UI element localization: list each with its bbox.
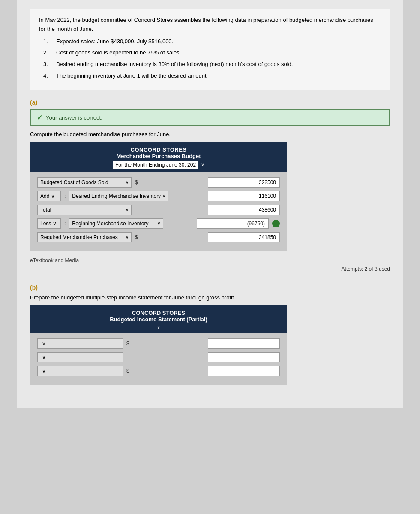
list-num: 2. — [43, 48, 56, 57]
chevron-down-icon: ∨ — [42, 368, 46, 374]
list-text: Cost of goods sold is expected to be 75%… — [56, 48, 181, 57]
budget-row-4: Less ∨ : Beginning Merchandise Inventory… — [37, 218, 280, 229]
chevron-down-icon: ∨ — [51, 193, 55, 199]
section-b: (b) Prepare the budgeted multiple-step i… — [30, 284, 390, 385]
budget-row-2: Add ∨ : Desired Ending Merchandise Inven… — [37, 191, 280, 201]
chevron-down-icon: ∨ — [126, 235, 129, 239]
income-label-select-1[interactable]: ∨ — [37, 338, 123, 349]
list-item: 1. Expected sales: June $430,000, July $… — [43, 37, 381, 46]
compute-label: Compute the budgeted merchandise purchas… — [30, 131, 390, 137]
add-select[interactable]: Add ∨ — [37, 191, 61, 201]
info-badge[interactable]: i — [272, 220, 280, 227]
budget-body: Budgeted Cost of Goods Sold ∨ $ Add ∨ : … — [30, 172, 287, 251]
beginning-inventory-label: Beginning Merchandise Inventory — [72, 221, 148, 227]
intro-paragraph: In May 2022, the budget committee of Con… — [39, 16, 381, 34]
budgeted-cogs-label: Budgeted Cost of Goods Sold — [40, 179, 108, 185]
dollar-sign-5: $ — [135, 234, 138, 240]
correct-banner: ✓ Your answer is correct. — [30, 109, 390, 126]
list-item: 2. Cost of goods sold is expected to be … — [43, 48, 381, 57]
numbered-list: 1. Expected sales: June $430,000, July $… — [43, 37, 381, 81]
desired-ending-select[interactable]: Desired Ending Merchandise Inventory ∨ — [69, 191, 168, 201]
budget-row-5: Required Merchandise Purchases ∨ $ — [37, 232, 280, 242]
list-num: 1. — [43, 37, 56, 46]
total-label: Total — [40, 207, 51, 213]
required-purchases-label: Required Merchandise Purchases — [40, 234, 118, 240]
chevron-down-icon: ∨ — [42, 354, 46, 360]
chevron-down-icon: ∨ — [53, 221, 57, 227]
income-dollar-3: $ — [126, 368, 129, 374]
chevron-down-icon: ∨ — [157, 221, 160, 226]
desired-ending-label: Desired Ending Merchandise Inventory — [72, 193, 161, 199]
income-card-header: CONCORD STORES Budgeted Income Statement… — [30, 305, 287, 333]
checkmark-icon: ✓ — [37, 114, 42, 122]
income-row-1: ∨ $ — [37, 338, 280, 349]
budget-row-1: Budgeted Cost of Goods Sold ∨ $ — [37, 177, 280, 188]
income-label-select-3[interactable]: ∨ — [37, 366, 123, 376]
page: In May 2022, the budget committee of Con… — [17, 0, 403, 408]
income-value-input-1[interactable] — [208, 338, 280, 349]
section-a: (a) ✓ Your answer is correct. Compute th… — [30, 99, 390, 272]
income-label-select-2[interactable]: ∨ — [37, 352, 123, 362]
list-num: 4. — [43, 72, 56, 81]
prepare-label: Prepare the budgeted multiple-step incom… — [30, 294, 390, 301]
income-company-name: CONCORD STORES — [36, 310, 282, 316]
income-body: ∨ $ ∨ ∨ — [30, 333, 287, 385]
budget-card-header: CONCORD STORES Merchandise Purchases Bud… — [30, 142, 287, 172]
list-text: Desired ending merchandise inventory is … — [56, 60, 293, 69]
income-row-3: ∨ $ — [37, 366, 280, 376]
less-label: Less — [40, 221, 51, 227]
date-chevron-down-icon[interactable]: ∨ — [201, 162, 204, 167]
desired-ending-value-input[interactable] — [208, 191, 280, 201]
beginning-inventory-select[interactable]: Beginning Merchandise Inventory ∨ — [69, 218, 163, 229]
doc-title: Merchandise Purchases Budget — [36, 153, 282, 159]
list-text: The beginning inventory at June 1 will b… — [56, 72, 208, 81]
date-input[interactable] — [113, 161, 198, 169]
attempts-label: Attempts: 2 of 3 used — [30, 266, 390, 272]
total-value-input[interactable] — [208, 205, 280, 215]
required-purchases-select[interactable]: Required Merchandise Purchases ∨ — [37, 232, 132, 242]
colon: : — [64, 221, 66, 227]
correct-message: Your answer is correct. — [46, 114, 102, 121]
income-date-chevron-down-icon[interactable]: ∨ — [157, 324, 160, 330]
list-item: 4. The beginning inventory at June 1 wil… — [43, 72, 381, 81]
add-label: Add — [40, 193, 49, 199]
cogs-value-input[interactable] — [208, 177, 280, 188]
chevron-down-icon: ∨ — [162, 194, 165, 198]
dollar-sign-1: $ — [135, 179, 138, 185]
total-select[interactable]: Total ∨ — [37, 205, 132, 215]
chevron-down-icon: ∨ — [126, 207, 129, 212]
chevron-down-icon: ∨ — [42, 341, 46, 347]
budget-row-3: Total ∨ — [37, 205, 280, 215]
intro-box: In May 2022, the budget committee of Con… — [30, 9, 390, 90]
list-item: 3. Desired ending merchandise inventory … — [43, 60, 381, 69]
date-row: ∨ — [36, 161, 282, 169]
chevron-down-icon: ∨ — [126, 180, 129, 185]
income-dollar-1: $ — [126, 341, 129, 347]
income-value-input-3[interactable] — [208, 366, 280, 376]
company-name: CONCORD STORES — [36, 146, 282, 153]
merchandise-purchases-budget-card: CONCORD STORES Merchandise Purchases Bud… — [30, 142, 287, 251]
income-statement-card: CONCORD STORES Budgeted Income Statement… — [30, 305, 287, 385]
income-row-2: ∨ — [37, 352, 280, 362]
list-num: 3. — [43, 60, 56, 69]
beginning-inventory-value-input[interactable] — [197, 218, 269, 229]
budgeted-cogs-select[interactable]: Budgeted Cost of Goods Sold ∨ — [37, 177, 132, 188]
income-value-input-2[interactable] — [208, 352, 280, 362]
less-select[interactable]: Less ∨ — [37, 218, 61, 229]
required-purchases-value-input[interactable] — [208, 232, 280, 242]
income-date-row: ∨ — [36, 324, 282, 330]
section-b-label: (b) — [30, 284, 390, 291]
income-doc-title: Budgeted Income Statement (Partial) — [36, 316, 282, 323]
colon: : — [64, 193, 66, 199]
etextbook-label: eTextbook and Media — [30, 257, 390, 263]
list-text: Expected sales: June $430,000, July $516… — [56, 37, 173, 46]
section-a-label: (a) — [30, 99, 390, 106]
